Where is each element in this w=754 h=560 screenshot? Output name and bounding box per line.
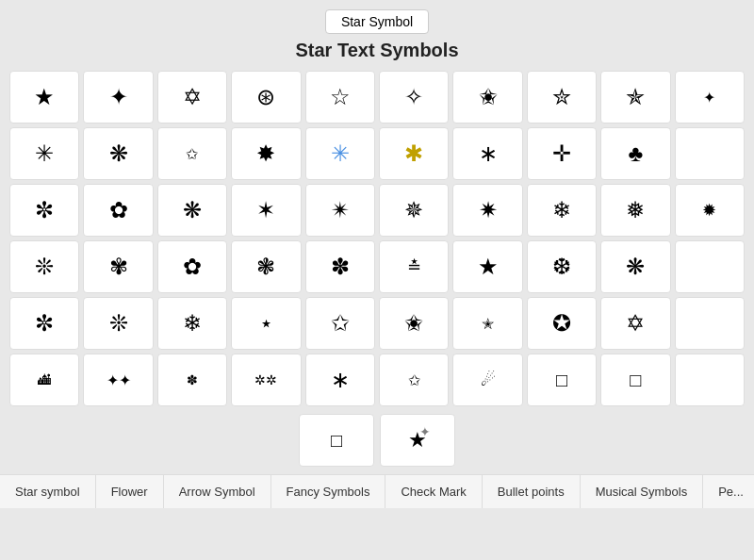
symbol-cell[interactable]: ✾	[83, 240, 153, 293]
symbol-cell[interactable]: ∗	[452, 127, 522, 180]
symbol-cell[interactable]: ✦✦	[83, 354, 153, 406]
nav-bar: Star symbol Flower Arrow Symbol Fancy Sy…	[0, 474, 754, 508]
symbol-cell[interactable]: ✬	[452, 71, 522, 124]
symbol-cell[interactable]: ✡	[600, 297, 670, 350]
symbol-cell[interactable]: ✡	[157, 71, 227, 124]
symbol-cell[interactable]: ❅	[600, 184, 670, 237]
symbol-cell[interactable]: ❆	[527, 240, 597, 293]
symbol-cell[interactable]: ❊	[9, 240, 79, 293]
symbol-cell[interactable]: ❋	[157, 184, 227, 237]
symbol-cell[interactable]: ✼	[9, 184, 79, 237]
symbol-cell[interactable]	[675, 240, 745, 293]
bottom-symbol-cell-empty[interactable]: □	[299, 414, 374, 467]
nav-item-flower[interactable]: Flower	[96, 475, 164, 508]
nav-item-check-mark[interactable]: Check Mark	[385, 475, 482, 508]
symbol-cell[interactable]: □	[600, 354, 670, 406]
nav-item-bullet-points[interactable]: Bullet points	[483, 475, 581, 508]
symbol-cell[interactable]: ✦	[83, 71, 153, 124]
symbol-cell[interactable]: ✩	[379, 354, 449, 406]
symbol-cell[interactable]: ☆	[305, 71, 375, 124]
symbol-cell[interactable]: ❄	[527, 184, 597, 237]
symbol-cell[interactable]: ✛	[527, 127, 597, 180]
symbol-cell[interactable]: ✩	[157, 127, 227, 180]
symbol-cell[interactable]: ✬	[379, 297, 449, 350]
symbol-cell[interactable]	[675, 127, 745, 180]
symbol-cell[interactable]: ✩	[305, 297, 375, 350]
symbol-cell[interactable]: ★	[9, 71, 79, 124]
symbol-cell[interactable]: ✦	[675, 71, 745, 124]
symbol-cell[interactable]: ✪	[527, 297, 597, 350]
star-symbol-tab[interactable]: Star Symbol	[325, 9, 429, 34]
symbol-cell[interactable]: ≛	[379, 240, 449, 293]
symbol-cell[interactable]: ✸	[231, 127, 301, 180]
symbol-cell[interactable]: ✼	[9, 297, 79, 350]
nav-item-arrow-symbol[interactable]: Arrow Symbol	[164, 475, 271, 508]
symbol-cell[interactable]: ❋	[83, 127, 153, 180]
symbol-cell[interactable]: □	[527, 354, 597, 406]
symbol-cell[interactable]: ⋆	[231, 297, 301, 350]
symbol-cell[interactable]: ⊛	[231, 71, 301, 124]
symbol-cell[interactable]: ✶	[231, 184, 301, 237]
symbol-cell[interactable]: ✵	[379, 184, 449, 237]
symbol-cell[interactable]: ✱	[379, 127, 449, 180]
symbol-cell[interactable]: ☄	[452, 354, 522, 406]
symbol-cell[interactable]: ✿	[157, 240, 227, 293]
page-title: Star Text Symbols	[0, 40, 754, 61]
symbol-cell[interactable]: ♣	[600, 127, 670, 180]
symbol-cell[interactable]: ❊	[83, 297, 153, 350]
symbol-cell[interactable]	[675, 297, 745, 350]
symbol-cell[interactable]	[675, 354, 745, 406]
symbol-cell[interactable]: ✯	[600, 71, 670, 124]
nav-item-fancy-symbols[interactable]: Fancy Symbols	[271, 475, 386, 508]
symbol-cell[interactable]: ✽	[305, 240, 375, 293]
nav-item-musical-symbols[interactable]: Musical Symbols	[581, 475, 704, 508]
symbol-cell[interactable]: ✭	[452, 297, 522, 350]
symbol-cell[interactable]: ✳	[305, 127, 375, 180]
symbol-cell[interactable]: ✴	[305, 184, 375, 237]
symbol-cell[interactable]: ✽	[157, 354, 227, 406]
nav-item-more[interactable]: Pe...	[703, 475, 754, 508]
symbol-cell[interactable]: ✧	[379, 71, 449, 124]
nav-item-star-symbol[interactable]: Star symbol	[0, 475, 96, 508]
symbol-cell[interactable]: ❃	[231, 240, 301, 293]
symbol-cell[interactable]: ✮	[527, 71, 597, 124]
symbol-cell[interactable]: 🏙	[9, 354, 79, 406]
symbol-cell[interactable]: ✿	[83, 184, 153, 237]
symbol-cell[interactable]: ✹	[675, 184, 745, 237]
symbol-cell[interactable]: ❄	[157, 297, 227, 350]
symbol-cell[interactable]: ❋	[600, 240, 670, 293]
symbol-cell[interactable]: ★	[452, 240, 522, 293]
bottom-symbol-cell-star[interactable]: ✦★	[380, 414, 455, 467]
symbol-cell[interactable]: ∗	[305, 354, 375, 406]
symbol-cell[interactable]: ✳	[9, 127, 79, 180]
symbol-cell[interactable]: ✷	[452, 184, 522, 237]
symbol-cell[interactable]: ✲✲	[231, 354, 301, 406]
